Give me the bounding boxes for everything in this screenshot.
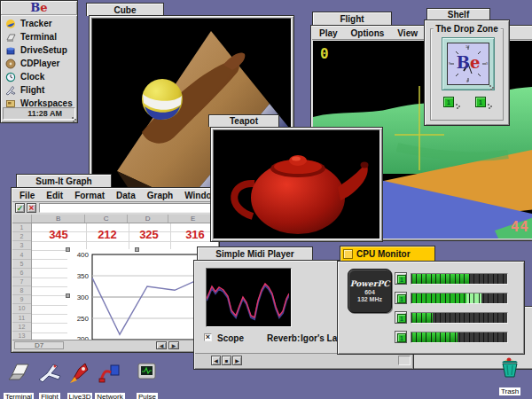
shelf-window-tab[interactable]: Shelf	[426, 8, 490, 20]
deskbar-item-tracker[interactable]: Tracker	[1, 17, 77, 30]
deskbar: Be Tracker Terminal DriveSetup CDPlayer …	[0, 0, 78, 123]
formula-input[interactable]	[39, 203, 216, 213]
menu-format[interactable]: Format	[74, 191, 105, 200]
selection-handle[interactable]	[135, 247, 139, 252]
desktop-icon-pulse[interactable]: Pulse	[129, 362, 165, 399]
deskbar-item-label: Clock	[20, 72, 44, 82]
deskbar-item-terminal[interactable]: Terminal	[1, 30, 77, 43]
clock-numeral-3: 3	[486, 61, 488, 66]
deskbar-item-label: Terminal	[20, 32, 57, 42]
menu-options[interactable]: Options	[351, 28, 385, 38]
column-header-d[interactable]: D	[128, 215, 169, 223]
flight-hud-counter: 0	[320, 45, 330, 62]
sumit-window-title: Sum-It Graph	[35, 176, 91, 186]
menu-play[interactable]: Play	[319, 28, 338, 38]
flight-icon	[37, 362, 62, 383]
cpu4-led-button[interactable]: 1	[395, 331, 407, 343]
sumit-statusbar: D7 ◀ ▶	[12, 340, 218, 351]
menu-view[interactable]: View	[397, 28, 418, 38]
midi-bottom-bar: ◀ ■ ▶	[195, 353, 412, 368]
chip-speed-label: 132 MHz	[357, 296, 382, 302]
cpu3-led-button[interactable]: 1	[395, 311, 407, 324]
replicant-dragger[interactable]	[487, 103, 493, 109]
selection-handle[interactable]	[66, 247, 70, 252]
deskbar-item-flight[interactable]: Flight	[1, 83, 77, 97]
column-header-b[interactable]: B	[32, 215, 85, 223]
cpu2-activity-meter	[411, 293, 508, 304]
terminal-icon	[5, 32, 16, 43]
scope-checkbox[interactable]: ×	[204, 333, 212, 341]
desktop-icon-terminal[interactable]: Terminal	[1, 362, 36, 399]
scroll-right-button[interactable]: ▶	[168, 341, 179, 349]
deskbar-clock[interactable]: 11:28 AM	[3, 107, 75, 120]
clock-icon	[5, 72, 16, 82]
menu-edit[interactable]: Edit	[46, 191, 63, 200]
embedded-chart-object[interactable]: 400 350 300 250 200	[67, 249, 207, 343]
cell-e2[interactable]: 316	[177, 228, 213, 241]
cpu1-activity-meter	[411, 273, 508, 285]
teapot-window-tab[interactable]: Teapot	[208, 114, 279, 127]
line-chart: 400 350 300 250 200	[67, 249, 207, 343]
menu-graph[interactable]: Graph	[147, 191, 173, 200]
flight-window-tab[interactable]: Flight	[312, 12, 392, 25]
confirm-entry-button[interactable]: ✓	[15, 203, 25, 213]
midi-window-title: Simple Midi Player	[215, 249, 293, 259]
desktop-icon-network[interactable]: Network	[92, 362, 128, 399]
ytick-350: 350	[77, 272, 90, 280]
cell-d2[interactable]: 325	[131, 228, 167, 241]
deskbar-item-clock[interactable]: Clock	[1, 70, 77, 83]
cube-window-tab[interactable]: Cube	[86, 3, 164, 16]
cube-window-title: Cube	[114, 5, 137, 15]
column-header-c[interactable]: C	[85, 215, 128, 223]
row-headers[interactable]: 12 34 56 78 910 1112 13	[12, 223, 32, 340]
desktop-icon-trash[interactable]: Trash	[492, 356, 528, 397]
close-button[interactable]	[343, 249, 353, 259]
stop-button[interactable]: ■	[222, 356, 231, 365]
deskbar-item-label: CDPlayer	[20, 59, 59, 68]
teapot-render-view[interactable]	[213, 129, 380, 239]
cdplayer-icon	[5, 59, 16, 69]
cpu1-led-button[interactable]: 1	[395, 272, 407, 285]
cell-c2[interactable]: 212	[90, 228, 125, 241]
rewind-button[interactable]: ◀	[211, 356, 221, 365]
deskbar-resize-handle[interactable]	[71, 116, 77, 122]
cpu-window-tab[interactable]: CPU Monitor	[340, 246, 435, 261]
ytick-300: 300	[77, 293, 90, 301]
menu-file[interactable]: File	[20, 191, 35, 200]
chip-brand-label: PowerPC	[350, 279, 390, 288]
teapot-window-title: Teapot	[230, 116, 258, 126]
column-headers[interactable]: B C D E	[12, 215, 218, 223]
scope-checkbox-label: Scope	[217, 333, 244, 343]
replicant-dragger[interactable]	[455, 103, 461, 109]
selection-handle[interactable]	[66, 293, 70, 298]
be-menu[interactable]: Be	[1, 1, 77, 15]
deskbar-item-drivesetup[interactable]: DriveSetup	[1, 43, 77, 57]
icon-label: Trash	[499, 387, 520, 395]
flight-hud-score: 44	[511, 218, 529, 235]
deskbar-item-label: DriveSetup	[20, 45, 67, 55]
teapot-graphic	[214, 130, 383, 242]
led-replicant-2[interactable]: 1	[475, 97, 486, 107]
deskbar-item-label: Tracker	[20, 19, 52, 28]
cpu2-led-button[interactable]: 1	[395, 292, 407, 304]
trash-icon	[497, 356, 522, 378]
cell-b2[interactable]: 345	[41, 228, 76, 241]
deskbar-item-cdplayer[interactable]: CDPlayer	[1, 57, 77, 70]
network-icon	[98, 362, 122, 383]
ytick-400: 400	[77, 251, 90, 259]
led-replicant-1[interactable]: 1	[443, 97, 454, 107]
scroll-left-button[interactable]: ◀	[156, 341, 167, 349]
clock-replicant[interactable]: Be 12 3 6 9	[442, 37, 495, 90]
midi-window-tab[interactable]: Simple Midi Player	[197, 246, 313, 260]
resize-corner[interactable]	[398, 356, 411, 365]
flight-icon	[5, 85, 16, 96]
pulse-icon	[135, 362, 160, 383]
menu-data[interactable]: Data	[116, 191, 136, 200]
sumit-window-tab[interactable]: Sum-It Graph	[16, 174, 112, 187]
clock-numeral-12: 12	[466, 44, 469, 49]
cpu4-activity-meter	[411, 332, 508, 343]
play-button[interactable]: ▶	[232, 356, 242, 365]
live3d-rocket-icon	[67, 362, 92, 383]
replicant-dragger[interactable]	[489, 84, 495, 90]
cancel-entry-button[interactable]: ×	[27, 203, 36, 213]
